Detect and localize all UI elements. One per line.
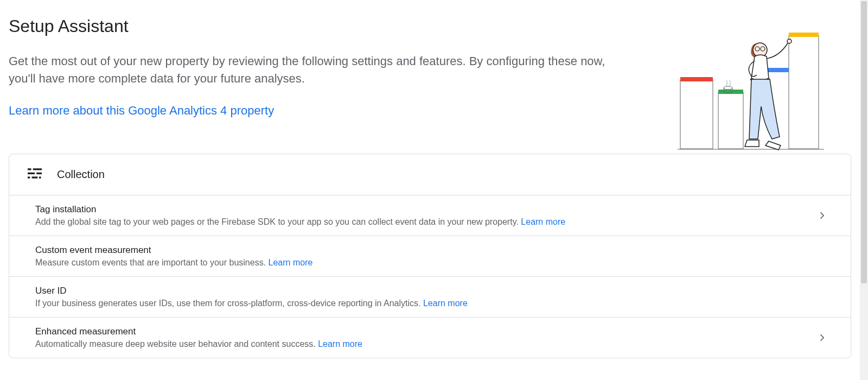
svg-rect-13	[28, 168, 31, 170]
row-custom-event-measurement[interactable]: Custom event measurement Measure custom …	[9, 236, 851, 277]
row-desc: Measure custom events that are important…	[35, 258, 312, 268]
chevron-right-icon	[817, 332, 832, 343]
svg-rect-15	[28, 173, 35, 174]
chevron-right-icon	[817, 210, 832, 221]
svg-rect-3	[718, 92, 743, 149]
page-description: Get the most out of your new property by…	[9, 53, 633, 87]
row-desc: Automatically measure deep website user …	[35, 339, 362, 349]
svg-point-19	[39, 176, 41, 179]
svg-rect-7	[789, 33, 819, 37]
collection-section-title: Collection	[57, 168, 105, 181]
svg-rect-4	[718, 90, 743, 94]
row-desc: Add the global site tag to your web page…	[35, 217, 565, 227]
svg-point-12	[787, 39, 792, 43]
row-title: Enhanced measurement	[35, 326, 362, 337]
row-title: Tag installation	[35, 204, 565, 215]
svg-rect-2	[680, 77, 713, 81]
learn-more-link[interactable]: Learn more	[269, 258, 313, 267]
svg-point-5	[724, 86, 732, 90]
svg-rect-16	[36, 173, 42, 174]
hero-illustration	[678, 16, 824, 152]
learn-more-link[interactable]: Learn more	[521, 217, 565, 226]
row-desc: If your business generates user IDs, use…	[35, 299, 468, 308]
data-flow-icon	[28, 168, 42, 180]
row-title: Custom event measurement	[35, 245, 312, 256]
row-title: User ID	[35, 286, 468, 296]
row-user-id[interactable]: User ID If your business generates user …	[9, 277, 851, 318]
scrollbar-track[interactable]	[860, 0, 868, 380]
row-tag-installation[interactable]: Tag installation Add the global site tag…	[9, 195, 851, 236]
learn-more-link[interactable]: Learn more	[423, 299, 468, 308]
collection-card-header: Collection	[9, 154, 851, 195]
svg-rect-14	[33, 168, 42, 170]
svg-rect-18	[32, 177, 38, 179]
svg-rect-17	[28, 177, 30, 179]
row-enhanced-measurement[interactable]: Enhanced measurement Automatically measu…	[9, 318, 851, 358]
svg-rect-6	[789, 35, 819, 149]
scrollbar-thumb[interactable]	[861, 1, 867, 283]
learn-more-property-link[interactable]: Learn more about this Google Analytics 4…	[9, 104, 274, 117]
svg-rect-1	[680, 80, 713, 149]
collection-card: Collection Tag installation Add the glob…	[9, 154, 851, 358]
learn-more-link[interactable]: Learn more	[318, 339, 362, 349]
